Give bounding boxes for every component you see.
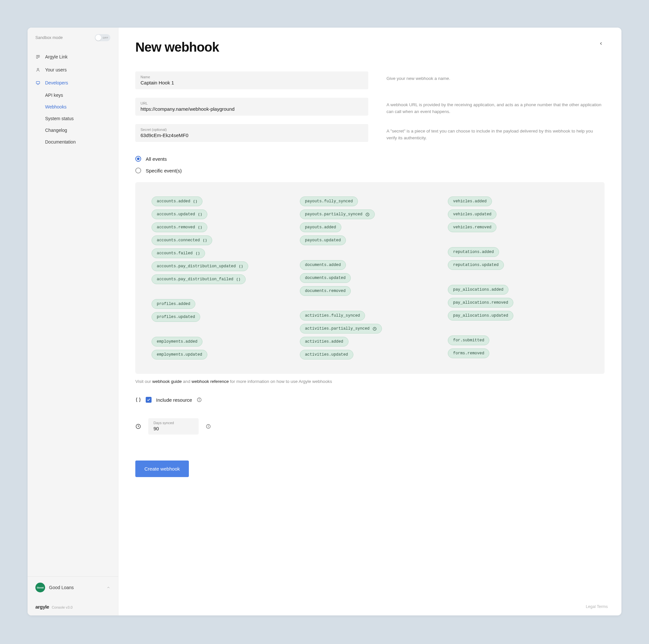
name-help: Give your new webhook a name. <box>387 72 605 82</box>
event-pill[interactable]: accounts.added <box>152 197 203 206</box>
event-pill[interactable]: accounts.updated <box>152 209 207 219</box>
event-pill[interactable]: profiles.added <box>152 299 196 309</box>
sidebar: Sandbox mode OFF Argyle Link Your users <box>28 28 119 615</box>
brand-version: Console v3.0 <box>52 605 72 609</box>
sidebar-item-your-users[interactable]: Your users <box>28 63 118 76</box>
braces-icon <box>198 212 202 216</box>
brand-row: argyle Console v3.0 <box>28 598 118 615</box>
help-text: Visit our webhook guide and webhook refe… <box>135 379 605 384</box>
event-pill[interactable]: activities.partially_synced <box>300 324 382 333</box>
event-label: documents.removed <box>305 289 346 293</box>
event-label: pay_allocations.removed <box>453 300 508 305</box>
sidebar-sub-webhooks[interactable]: Webhooks <box>45 101 118 113</box>
legal-terms-link[interactable]: Legal Terms <box>586 604 608 609</box>
event-label: reputations.added <box>453 250 493 254</box>
event-pill[interactable]: accounts.pay_distribution_updated <box>152 261 248 271</box>
event-pill[interactable]: payouts.updated <box>300 236 346 245</box>
webhook-guide-link[interactable]: webhook guide <box>152 379 182 384</box>
event-pill[interactable]: documents.added <box>300 260 346 270</box>
sidebar-sub-changelog[interactable]: Changelog <box>45 124 118 136</box>
sidebar-top: Sandbox mode OFF <box>28 28 118 48</box>
event-label: accounts.connected <box>157 238 200 243</box>
event-pill[interactable]: documents.removed <box>300 286 351 296</box>
braces-icon <box>203 238 207 243</box>
event-pill[interactable]: vehicles.updated <box>448 209 496 219</box>
event-pill[interactable]: payouts.fully_synced <box>300 197 358 206</box>
sidebar-sub-documentation[interactable]: Documentation <box>45 136 118 148</box>
chevron-up-icon <box>106 586 110 590</box>
url-help: A webhook URL is provided by the receivi… <box>387 98 605 115</box>
braces-icon <box>193 199 197 204</box>
nav-label: Developers <box>45 80 68 85</box>
event-pill[interactable]: pay_allocations.removed <box>448 298 513 308</box>
event-label: payouts.added <box>305 225 336 230</box>
event-pill[interactable]: pay_allocations.added <box>448 285 509 294</box>
account-switcher[interactable]: Good Good Loans <box>28 576 118 598</box>
secret-field-wrapper[interactable]: Secret (optional) <box>135 124 368 142</box>
event-label: pay_allocations.updated <box>453 313 508 318</box>
event-pill[interactable]: payouts.partially_synced <box>300 209 375 219</box>
event-pill[interactable]: reputations.added <box>448 247 499 257</box>
sidebar-nav: Argyle Link Your users Developers API ke… <box>28 48 118 576</box>
secret-help: A "secret" is a piece of text you can ch… <box>387 124 605 142</box>
clock-icon <box>365 212 370 216</box>
sandbox-mode-label: Sandbox mode <box>35 35 62 40</box>
name-input[interactable] <box>140 80 363 85</box>
name-field-wrapper[interactable]: Name <box>135 72 368 89</box>
include-resource-row: Include resource <box>135 397 605 403</box>
event-pill[interactable]: activities.fully_synced <box>300 311 365 321</box>
event-label: payouts.partially_synced <box>305 212 362 216</box>
event-pill[interactable]: for.submitted <box>448 335 489 345</box>
info-icon[interactable] <box>197 397 202 402</box>
include-resource-label: Include resource <box>156 397 192 403</box>
sandbox-toggle[interactable]: OFF <box>95 34 110 41</box>
radio-all-events[interactable]: All events <box>135 153 605 165</box>
days-synced-field[interactable]: Days synced <box>148 418 199 435</box>
event-pill[interactable]: employments.updated <box>152 350 207 360</box>
sidebar-item-argyle-link[interactable]: Argyle Link <box>28 50 118 63</box>
create-webhook-button[interactable]: Create webhook <box>135 460 189 477</box>
toggle-off-text: OFF <box>103 36 109 39</box>
include-resource-checkbox[interactable] <box>146 397 152 403</box>
braces-icon <box>135 397 141 403</box>
event-pill[interactable]: vehicles.added <box>448 197 491 206</box>
brand-name: argyle <box>35 604 49 610</box>
sidebar-sub-api-keys[interactable]: API keys <box>45 89 118 101</box>
days-synced-input[interactable] <box>154 426 193 431</box>
sidebar-item-developers[interactable]: Developers <box>28 76 118 89</box>
event-pill[interactable]: accounts.failed <box>152 248 205 258</box>
url-field-wrapper[interactable]: URL <box>135 98 368 116</box>
event-pill[interactable]: payouts.added <box>300 223 341 232</box>
event-pill[interactable]: vehicles.removed <box>448 223 496 232</box>
event-pill[interactable]: accounts.removed <box>152 223 207 232</box>
info-icon[interactable] <box>206 424 211 429</box>
event-pill[interactable]: employments.added <box>152 337 203 347</box>
event-pill[interactable]: accounts.connected <box>152 236 212 245</box>
form-row-name: Name Give your new webhook a name. <box>135 72 605 89</box>
link-icon <box>35 54 41 59</box>
event-pill[interactable]: accounts.pay_distribution_failed <box>152 274 246 284</box>
event-pill[interactable]: pay_allocations.updated <box>448 311 513 321</box>
event-label: activities.added <box>305 339 343 344</box>
secret-input[interactable] <box>140 132 363 138</box>
radio-circle-icon <box>135 168 141 173</box>
radio-label: All events <box>146 156 167 162</box>
event-pill[interactable]: activities.updated <box>300 350 353 360</box>
sidebar-sub-system-status[interactable]: System status <box>45 113 118 124</box>
event-pill[interactable]: forms.removed <box>448 349 489 358</box>
radio-specific-events[interactable]: Specific event(s) <box>135 165 605 176</box>
event-pill[interactable]: activities.added <box>300 337 348 347</box>
event-label: documents.added <box>305 263 341 267</box>
back-button[interactable] <box>597 40 605 47</box>
event-label: profiles.updated <box>157 315 195 319</box>
event-label: activities.updated <box>305 352 348 357</box>
event-pill[interactable]: documents.updated <box>300 273 351 283</box>
braces-icon <box>236 277 241 282</box>
event-pill[interactable]: profiles.updated <box>152 312 200 322</box>
event-label: accounts.updated <box>157 212 195 216</box>
event-label: profiles.added <box>157 302 190 306</box>
webhook-reference-link[interactable]: webhook reference <box>191 379 229 384</box>
url-input[interactable] <box>140 106 363 112</box>
event-pill[interactable]: reputations.updated <box>448 260 504 270</box>
event-label: activities.partially_synced <box>305 326 370 331</box>
